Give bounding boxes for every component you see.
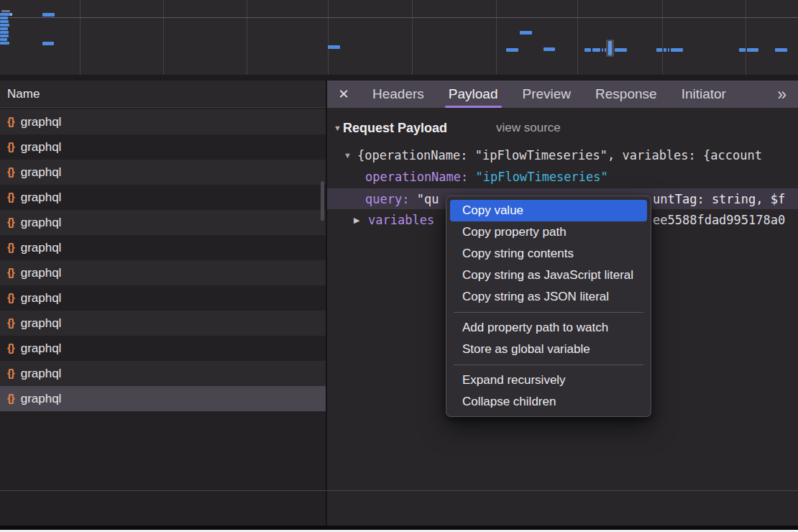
variables-value-fragment: ee5588fdad995178a0 — [653, 213, 785, 227]
json-braces-icon: {} — [7, 191, 14, 203]
tab-preview[interactable]: Preview — [510, 81, 584, 108]
menu-item-collapse-children[interactable]: Collapse children — [446, 391, 651, 413]
menu-item-store-as-global-variable[interactable]: Store as global variable — [446, 339, 651, 360]
request-row[interactable]: {}graphql — [0, 285, 326, 311]
network-timing-bar — [1, 10, 10, 12]
network-timing-bar — [520, 31, 532, 35]
json-braces-icon: {} — [7, 392, 14, 404]
request-row[interactable]: {}graphql — [0, 185, 326, 210]
menu-item-copy-string-as-javascript-literal[interactable]: Copy string as JavaScript literal — [446, 265, 651, 286]
list-scrollbar-thumb[interactable] — [321, 181, 324, 221]
timeline-gridline — [80, 0, 81, 75]
context-menu: Copy valueCopy property pathCopy string … — [446, 196, 651, 417]
query-entry-left: query: "qu — [365, 192, 439, 206]
timeline-gridline — [328, 0, 329, 75]
json-braces-icon: {} — [7, 115, 14, 127]
request-row[interactable]: {}graphql — [0, 361, 326, 386]
menu-item-copy-string-contents[interactable]: Copy string contents — [446, 243, 651, 265]
json-braces-icon: {} — [7, 316, 14, 329]
operation-name-entry: operationName: "ipFlowTimeseries" — [365, 170, 608, 184]
query-entry-right: untTag: string, $f — [653, 192, 785, 206]
request-row[interactable]: {}graphql — [0, 260, 326, 285]
collapse-triangle-icon: ▼ — [334, 124, 341, 132]
request-name-label: graphql — [21, 241, 62, 255]
request-list-panel: Name {}graphql{}graphql{}graphql{}graphq… — [0, 81, 326, 526]
menu-item-copy-property-path[interactable]: Copy property path — [446, 221, 651, 243]
timeline-gridline — [662, 0, 663, 75]
network-timing-bar — [42, 42, 54, 45]
json-braces-icon: {} — [7, 165, 14, 178]
tab-response[interactable]: Response — [583, 81, 669, 108]
network-timing-bar — [0, 20, 9, 23]
timeline-horizontal-line — [0, 17, 798, 18]
network-timing-bar — [42, 13, 55, 17]
property-key: query: — [365, 192, 417, 206]
network-timing-bar — [656, 48, 662, 52]
request-name-label: graphql — [21, 216, 62, 230]
network-timing-bar — [747, 48, 758, 52]
request-name-label: graphql — [21, 191, 62, 205]
chevron-double-right-icon: » — [777, 85, 786, 104]
network-timing-bar — [664, 48, 666, 52]
devtools-network-panel: Name {}graphql{}graphql{}graphql{}graphq… — [0, 0, 798, 532]
property-key: variables — [368, 213, 434, 227]
tab-payload[interactable]: Payload — [436, 81, 510, 108]
network-timing-bar — [602, 48, 603, 52]
property-key: operationName: — [365, 170, 476, 184]
network-timing-bar — [0, 24, 9, 27]
network-timing-bar — [671, 48, 683, 52]
network-timing-bar — [775, 48, 787, 52]
network-timing-bar — [0, 35, 9, 37]
request-payload-header[interactable]: ▼ Request Payload view source — [327, 117, 798, 139]
property-value-string: "ipFlowTimeseries" — [476, 170, 608, 184]
payload-summary-row[interactable]: ▼ {operationName: "ipFlowTimeseries", va… — [327, 145, 798, 166]
request-name-label: graphql — [21, 392, 62, 406]
menu-item-expand-recursively[interactable]: Expand recursively — [446, 370, 651, 391]
payload-summary-text: {operationName: "ipFlowTimeseries", vari… — [357, 148, 762, 162]
timeline-gridline — [247, 0, 247, 75]
request-row[interactable]: {}graphql — [0, 160, 326, 185]
request-name-label: graphql — [21, 266, 62, 280]
timeline-gridline — [496, 0, 497, 75]
name-column-header[interactable]: Name — [0, 81, 326, 108]
json-braces-icon: {} — [7, 341, 14, 354]
network-timing-bar — [10, 13, 12, 16]
collapse-triangle-icon: ▼ — [344, 151, 352, 160]
tab-initiator[interactable]: Initiator — [669, 81, 738, 108]
view-source-link[interactable]: view source — [496, 117, 561, 139]
request-row[interactable]: {}graphql — [0, 210, 326, 235]
request-row[interactable]: {}graphql — [0, 386, 326, 411]
network-timing-bar — [592, 48, 600, 52]
timeline-gridline — [746, 0, 746, 75]
section-title: Request Payload — [343, 121, 447, 136]
network-timing-bar — [544, 47, 555, 51]
request-rows: {}graphql{}graphql{}graphql{}graphql{}gr… — [0, 109, 326, 411]
close-panel-button[interactable]: ✕ — [327, 81, 360, 108]
operation-name-row[interactable]: operationName: "ipFlowTimeseries" — [327, 166, 798, 188]
menu-item-add-property-path-to-watch[interactable]: Add property path to watch — [446, 317, 651, 339]
request-row[interactable]: {}graphql — [0, 336, 326, 361]
request-name-label: graphql — [21, 140, 62, 155]
close-icon: ✕ — [338, 86, 349, 102]
menu-item-copy-string-as-json-literal[interactable]: Copy string as JSON literal — [446, 286, 651, 308]
menu-item-copy-value[interactable]: Copy value — [450, 200, 647, 221]
menu-separator — [454, 364, 643, 365]
json-braces-icon: {} — [7, 241, 14, 253]
json-braces-icon: {} — [7, 140, 14, 152]
request-name-label: graphql — [21, 291, 62, 306]
network-timing-bar — [0, 17, 8, 19]
request-name-label: graphql — [21, 341, 62, 356]
request-row[interactable]: {}graphql — [0, 235, 326, 260]
expand-triangle-icon: ▶ — [354, 216, 359, 225]
more-tabs-button[interactable]: » — [766, 81, 798, 108]
request-row[interactable]: {}graphql — [0, 109, 326, 134]
network-timing-bar — [0, 42, 9, 45]
network-timing-bar — [668, 48, 669, 52]
network-overview-timeline[interactable] — [0, 0, 798, 75]
request-row[interactable]: {}graphql — [0, 134, 326, 160]
request-row[interactable]: {}graphql — [0, 311, 326, 336]
request-name-label: graphql — [21, 115, 62, 129]
request-name-label: graphql — [21, 367, 62, 381]
network-timing-bar — [0, 13, 10, 16]
tab-headers[interactable]: Headers — [360, 81, 436, 108]
